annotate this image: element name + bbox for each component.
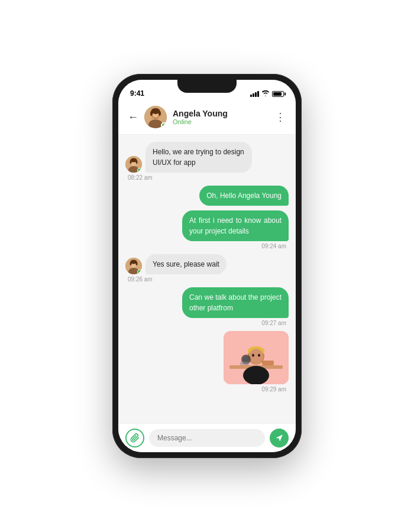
chat-header: ← Angela Young <box>118 101 296 135</box>
message-bubble: Can we talk about the project other plat… <box>182 287 289 318</box>
message-bubble: Oh, Hello Angela Young <box>199 186 289 206</box>
phone-notch <box>177 80 237 93</box>
svg-point-12 <box>131 158 137 163</box>
wifi-icon <box>261 90 270 98</box>
message-input[interactable] <box>149 429 265 447</box>
back-button[interactable]: ← <box>128 111 138 124</box>
message-row: Hello, we are trying to design UI/UX for… <box>125 142 289 181</box>
battery-icon <box>272 91 284 97</box>
message-bubble: Yes sure, please wait <box>145 254 227 274</box>
chat-input-bar <box>118 423 296 452</box>
message-row: Yes sure, please wait 09:26 am <box>125 254 289 283</box>
svg-point-5 <box>150 111 153 116</box>
status-time: 9:41 <box>130 89 144 98</box>
chat-messages: Hello, we are trying to design UI/UX for… <box>118 135 296 423</box>
message-timestamp: 09:24 am <box>259 243 289 249</box>
svg-rect-31 <box>240 362 249 365</box>
message-row: Can we talk about the project other plat… <box>125 287 289 326</box>
message-timestamp: 08:22 am <box>125 174 155 181</box>
online-dot <box>137 168 142 173</box>
message-row: Oh, Hello Angela Young <box>125 186 289 206</box>
contact-info: Angela Young Online <box>173 109 269 125</box>
svg-point-29 <box>243 356 249 362</box>
signal-icon <box>250 91 259 97</box>
online-dot <box>137 270 142 274</box>
contact-status: Online <box>173 118 269 125</box>
status-icons <box>250 90 284 98</box>
attach-button[interactable] <box>125 429 144 447</box>
send-button[interactable] <box>270 429 289 447</box>
message-row: 09:29 am <box>125 331 289 392</box>
svg-point-26 <box>252 354 254 357</box>
avatar <box>125 156 142 173</box>
message-row: At first i need to know about your proje… <box>125 210 289 249</box>
svg-point-6 <box>159 111 161 116</box>
online-indicator <box>161 122 167 128</box>
svg-point-27 <box>258 354 260 357</box>
message-timestamp: 09:29 am <box>259 386 289 392</box>
image-message <box>224 331 289 384</box>
phone-screen: 9:41 <box>118 80 296 452</box>
avatar <box>125 258 142 274</box>
message-bubble: Hello, we are trying to design UI/UX for… <box>145 142 252 173</box>
contact-avatar <box>144 106 167 128</box>
svg-point-25 <box>249 349 263 364</box>
more-options-button[interactable]: ⋮ <box>275 111 286 124</box>
svg-rect-30 <box>262 361 274 365</box>
message-timestamp: 09:26 am <box>125 276 155 283</box>
phone-frame: 9:41 <box>112 74 302 458</box>
svg-point-21 <box>243 366 269 384</box>
contact-name: Angela Young <box>173 109 269 118</box>
message-timestamp: 09:27 am <box>259 320 289 326</box>
message-bubble: At first i need to know about your proje… <box>182 210 289 241</box>
svg-point-18 <box>131 260 137 264</box>
